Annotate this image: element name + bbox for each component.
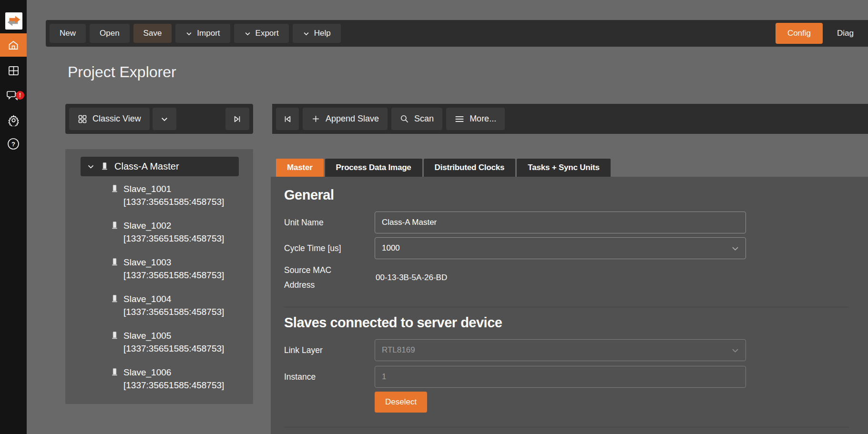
collapse-detail-button[interactable]	[276, 108, 299, 130]
source-mac-value: 00-13-3B-5A-26-BD	[375, 273, 447, 283]
chevron-down-icon	[731, 346, 740, 355]
sidebar-item-home[interactable]	[0, 33, 27, 57]
cycle-time-select[interactable]: 1000	[375, 237, 746, 259]
hamburger-menu-icon	[455, 115, 464, 123]
config-mode-button[interactable]: Config	[776, 23, 823, 44]
scan-button[interactable]: Scan	[391, 108, 442, 130]
notification-badge: !	[16, 91, 24, 100]
sidebar: ! ?	[0, 0, 27, 434]
view-selector-dropdown-button[interactable]	[153, 108, 176, 130]
tab-distributed-clocks-label: Distributed Clocks	[435, 163, 505, 172]
server-slaves-section-heading: Slaves connected to server device	[284, 315, 849, 331]
more-button[interactable]: More...	[446, 108, 505, 130]
slave-device-icon	[111, 258, 118, 267]
slave-id: [1337:35651585:458753]	[123, 232, 224, 245]
import-menu-button[interactable]: Import	[175, 24, 230, 43]
help-menu-button[interactable]: Help	[293, 24, 341, 43]
tree-node-slave[interactable]: Slave_1004[1337:35651585:458753]	[111, 293, 248, 318]
grid-icon	[8, 66, 19, 76]
tree-node-slave[interactable]: Slave_1005[1337:35651585:458753]	[111, 329, 248, 355]
tree-node-slave[interactable]: Slave_1002[1337:35651585:458753]	[111, 219, 248, 245]
view-selector-button[interactable]: Classic View	[69, 108, 150, 130]
dashboard-view-icon	[78, 114, 87, 124]
source-mac-row: Source MAC Address 00-13-3B-5A-26-BD	[284, 263, 849, 293]
tree-node-master[interactable]: Class-A Master	[81, 157, 239, 176]
tab-master[interactable]: Master	[276, 159, 324, 177]
sidebar-item-help[interactable]: ?	[0, 133, 27, 155]
sidebar-item-messages[interactable]: !	[0, 84, 27, 106]
cycle-time-label: Cycle Time [us]	[284, 241, 375, 256]
section-divider	[284, 427, 849, 427]
slave-device-icon	[111, 368, 118, 377]
link-layer-label: Link Layer	[284, 343, 375, 358]
link-layer-value: RTL8169	[382, 345, 415, 355]
tree-node-slave[interactable]: Slave_1001[1337:35651585:458753]	[111, 182, 248, 208]
tab-process-data-image[interactable]: Process Data Image	[325, 159, 422, 177]
save-button[interactable]: Save	[133, 24, 172, 43]
instance-row: Instance 1	[284, 366, 849, 388]
new-button[interactable]: New	[50, 24, 86, 43]
diag-mode-button[interactable]: Diag	[827, 24, 864, 43]
append-slave-button[interactable]: Append Slave	[303, 108, 388, 130]
deselect-button-label: Deselect	[385, 397, 417, 406]
slave-id: [1337:35651585:458753]	[123, 305, 224, 318]
deselect-button[interactable]: Deselect	[375, 392, 427, 413]
collapse-explorer-button[interactable]	[225, 108, 249, 130]
open-button-label: Open	[100, 29, 120, 38]
slave-name: Slave_1005	[123, 329, 224, 342]
scan-label: Scan	[414, 114, 434, 124]
plus-icon	[311, 114, 320, 123]
link-layer-row: Link Layer RTL8169	[284, 339, 849, 361]
export-menu-button[interactable]: Export	[234, 24, 289, 43]
arrows-logo-icon	[6, 13, 22, 29]
skip-to-end-icon	[233, 115, 242, 123]
chevron-down-icon	[303, 30, 310, 37]
tab-tasks-sync-units[interactable]: Tasks + Sync Units	[517, 159, 611, 177]
sidebar-item-grid-view[interactable]	[0, 60, 27, 81]
section-divider	[284, 307, 849, 307]
unit-name-input[interactable]: Class-A Master	[375, 212, 746, 233]
tab-master-label: Master	[287, 163, 313, 172]
slave-device-icon	[111, 294, 118, 303]
import-button-label: Import	[197, 29, 220, 38]
page-title: Project Explorer	[68, 63, 176, 81]
open-button[interactable]: Open	[90, 24, 130, 43]
chevron-down-icon	[731, 244, 740, 253]
tab-distributed-clocks[interactable]: Distributed Clocks	[424, 159, 516, 177]
instance-value: 1	[382, 372, 386, 382]
gear-icon	[8, 114, 20, 126]
instance-input: 1	[375, 366, 746, 388]
slave-name: Slave_1004	[123, 293, 224, 305]
export-button-label: Export	[255, 29, 279, 38]
new-button-label: New	[60, 29, 76, 38]
config-button-label: Config	[787, 29, 811, 38]
general-section-heading: General	[284, 187, 849, 203]
cycle-time-value: 1000	[382, 243, 400, 253]
sidebar-item-settings[interactable]	[0, 109, 27, 131]
unit-name-row: Unit Name Class-A Master	[284, 212, 849, 233]
tree-children: Slave_1001[1337:35651585:458753] Slave_1…	[111, 182, 248, 403]
tab-tasks-sync-units-label: Tasks + Sync Units	[528, 163, 600, 172]
tab-process-data-image-label: Process Data Image	[336, 163, 411, 172]
save-button-label: Save	[143, 29, 162, 38]
link-layer-select: RTL8169	[375, 339, 746, 361]
help-icon: ?	[7, 138, 20, 150]
more-label: More...	[470, 114, 496, 124]
tree-node-master-label: Class-A Master	[114, 161, 179, 172]
detail-tabs: Master Process Data Image Distributed Cl…	[276, 159, 611, 177]
app-logo	[5, 12, 22, 30]
search-icon	[400, 114, 409, 123]
append-slave-label: Append Slave	[326, 114, 379, 124]
source-mac-label: Source MAC Address	[284, 263, 375, 293]
chevron-down-icon	[244, 30, 251, 37]
slave-id: [1337:35651585:458753]	[123, 195, 224, 208]
tree-node-slave[interactable]: Slave_1006[1337:35651585:458753]	[111, 366, 248, 392]
slave-device-icon	[111, 184, 118, 193]
diag-button-label: Diag	[837, 29, 854, 38]
chevron-down-icon[interactable]	[87, 162, 95, 171]
tree-node-slave[interactable]: Slave_1003[1337:35651585:458753]	[111, 256, 248, 282]
slave-id: [1337:35651585:458753]	[123, 342, 224, 355]
unit-name-label: Unit Name	[284, 215, 375, 230]
slave-device-icon	[111, 331, 118, 340]
svg-text:?: ?	[11, 141, 15, 148]
